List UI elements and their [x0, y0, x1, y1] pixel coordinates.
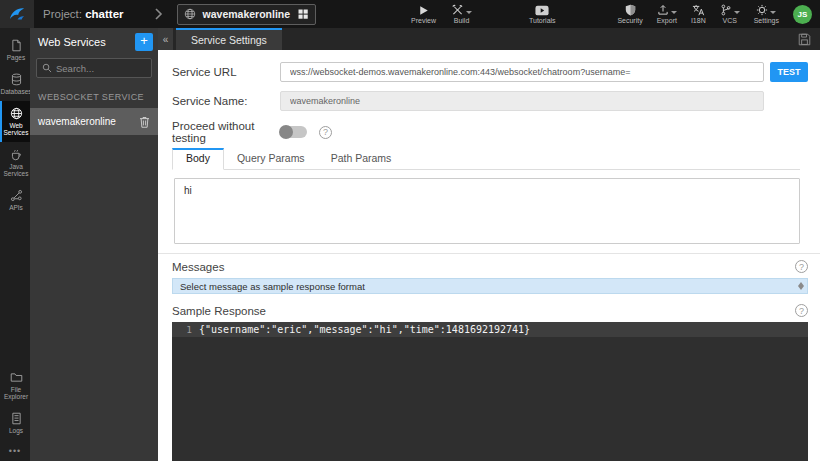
param-tabs: Body Query Params Path Params [172, 148, 800, 170]
globe-icon [184, 8, 196, 20]
service-name-label: Service Name: [172, 95, 280, 107]
listbox-scroll-arrows[interactable] [798, 279, 804, 293]
folder-icon [10, 371, 23, 384]
preview-button[interactable]: Preview [411, 4, 436, 24]
sample-response-editor[interactable]: 1 {"username":"eric","message":"hi","tim… [172, 322, 808, 461]
service-name-input [280, 91, 764, 111]
build-label: Build [454, 17, 470, 24]
messages-heading: Messages [172, 261, 224, 273]
grid-icon[interactable] [297, 8, 309, 20]
trash-icon[interactable] [139, 116, 150, 128]
caret-down-icon [734, 11, 740, 14]
wavemaker-logo[interactable] [0, 0, 34, 28]
caret-down-icon [770, 11, 776, 14]
api-nodes-icon [10, 189, 23, 202]
export-label: Export [657, 17, 677, 24]
user-avatar[interactable]: JS [793, 5, 812, 24]
tab-query-params[interactable]: Query Params [224, 148, 318, 169]
export-icon [657, 4, 669, 16]
add-service-button[interactable]: + [135, 33, 153, 51]
project-breadcrumb: Project: chatter [43, 8, 124, 20]
settings-button[interactable]: Settings [754, 4, 779, 24]
code-line[interactable]: 1 {"username":"eric","message":"hi","tim… [172, 322, 808, 337]
sidebar-item-label: APIs [9, 204, 23, 211]
translate-icon [692, 4, 705, 16]
service-name-label: wavemakeronline [38, 116, 139, 127]
main-tabbar: « Service Settings [158, 28, 820, 50]
tab-body[interactable]: Body [172, 148, 224, 170]
tutorials-label: Tutorials [529, 17, 556, 24]
collapse-panel-button[interactable]: « [158, 28, 173, 50]
wavemaker-logo-icon [8, 5, 26, 23]
help-icon[interactable]: ? [319, 126, 332, 139]
page-icon [10, 39, 23, 52]
messages-select-list[interactable]: Select message as sample response format [172, 278, 808, 294]
body-message-input[interactable]: hi [174, 178, 800, 244]
messages-select-text: Select message as sample response format [180, 281, 365, 292]
sidebar-item-label: Databases [0, 88, 31, 95]
help-icon[interactable]: ? [795, 260, 808, 273]
log-document-icon [10, 412, 23, 425]
proceed-without-testing-label: Proceed without testing [172, 120, 280, 144]
sidebar-item-databases[interactable]: Databases [0, 67, 30, 101]
export-button[interactable]: Export [657, 4, 677, 24]
globe-icon [10, 107, 23, 120]
code-text: {"username":"eric","message":"hi","time"… [199, 324, 530, 335]
service-url-label: Service URL [172, 66, 280, 78]
gear-icon [756, 4, 768, 16]
chevron-right-icon [154, 8, 163, 20]
tab-path-params[interactable]: Path Params [318, 148, 405, 169]
sidebar-item-label: Pages [7, 54, 25, 61]
line-number: 1 [172, 324, 199, 335]
tab-service-settings[interactable]: Service Settings [176, 28, 282, 50]
test-button[interactable]: TEST [770, 62, 808, 82]
security-button[interactable]: Security [617, 4, 642, 24]
section-header-websocket: WEBSOCKET SERVICE [38, 92, 150, 102]
shield-icon [625, 4, 636, 16]
sidebar-item-pages[interactable]: Pages [0, 33, 30, 67]
i18n-label: I18N [691, 17, 706, 24]
more-options-icon[interactable]: ••• [0, 440, 30, 461]
web-services-panel: Web Services + WEBSOCKET SERVICE wavemak… [30, 28, 158, 461]
service-list-item[interactable]: wavemakeronline [30, 108, 158, 135]
service-tab-label: wavemakeronline [203, 8, 291, 20]
toggle-knob [279, 125, 293, 139]
scroll-down-icon[interactable] [798, 286, 804, 290]
sample-response-heading: Sample Response [172, 305, 266, 317]
request-params-block: Body Query Params Path Params hi [172, 148, 800, 244]
topbar: Project: chatter wavemakeronline Preview [0, 0, 820, 28]
service-url-input[interactable] [280, 62, 764, 82]
sidebar-item-file-explorer[interactable]: File Explorer [0, 365, 30, 406]
help-icon[interactable]: ? [795, 304, 808, 317]
tutorials-button[interactable]: Tutorials [529, 4, 556, 24]
security-label: Security [617, 17, 642, 24]
caret-down-icon [466, 11, 472, 14]
proceed-toggle[interactable] [280, 126, 307, 138]
section-divider [158, 253, 820, 254]
sidebar-item-label: File Explorer [3, 386, 29, 400]
left-icon-rail: Pages Databases Web Serv [0, 28, 30, 461]
sidebar-item-apis[interactable]: APIs [0, 183, 30, 217]
wavemaker-studio: Project: chatter wavemakeronline Preview [0, 0, 820, 461]
settings-label: Settings [754, 17, 779, 24]
panel-title: Web Services [38, 36, 135, 48]
sidebar-item-logs[interactable]: Logs [0, 406, 30, 440]
service-search[interactable] [36, 58, 152, 78]
main-area: « Service Settings Service URL [158, 28, 820, 461]
i18n-button[interactable]: I18N [691, 4, 706, 24]
open-service-tab[interactable]: wavemakeronline [177, 4, 317, 25]
play-icon [419, 5, 429, 16]
editor-empty-area[interactable] [172, 337, 808, 461]
vcs-button[interactable]: VCS [720, 4, 740, 24]
sidebar-item-java-services[interactable]: Java Services [0, 142, 30, 183]
search-input[interactable] [56, 63, 146, 74]
project-name: chatter [85, 8, 123, 20]
tutorials-video-icon [535, 5, 549, 16]
build-button[interactable]: Build [451, 4, 472, 24]
caret-down-icon [671, 11, 677, 14]
sidebar-item-web-services[interactable]: Web Services [0, 101, 30, 142]
sidebar-item-label: Java Services [3, 163, 29, 177]
save-icon[interactable] [798, 33, 811, 46]
sidebar-item-label: Web Services [3, 122, 29, 136]
project-label: Project: [43, 8, 82, 20]
